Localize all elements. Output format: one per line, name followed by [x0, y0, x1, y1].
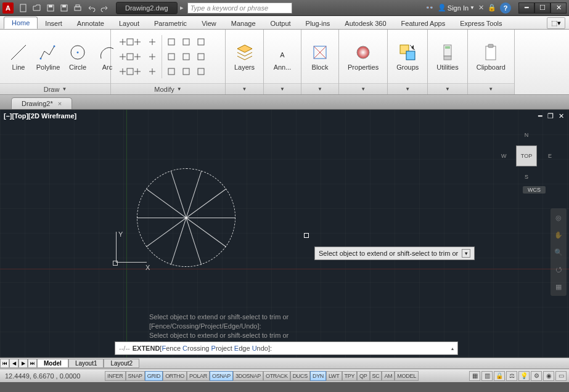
- ribbon-tab-parametric[interactable]: Parametric: [147, 18, 194, 29]
- qat-print-icon[interactable]: [72, 2, 84, 14]
- status-layout-icon[interactable]: ▦: [469, 371, 480, 381]
- app-icon[interactable]: A: [2, 2, 14, 14]
- qat-undo-icon[interactable]: [85, 2, 97, 14]
- status-ducs-button[interactable]: DUCS: [290, 371, 310, 381]
- qat-save-icon[interactable]: [44, 2, 57, 14]
- panel-expand[interactable]: ▼: [428, 83, 467, 94]
- panel-label-modify[interactable]: Modify▼: [111, 83, 225, 94]
- layout-prev-icon[interactable]: ◀: [9, 359, 18, 368]
- help-icon[interactable]: ?: [500, 2, 511, 14]
- search-input[interactable]: Type a keyword or phrase: [187, 2, 292, 14]
- nav-zoom-icon[interactable]: 🔍: [553, 247, 564, 258]
- align-icon[interactable]: [179, 50, 193, 63]
- layers-button[interactable]: Layers: [231, 40, 258, 73]
- vp-minimize-icon[interactable]: ━: [538, 112, 542, 120]
- document-tab[interactable]: Drawing2* ×: [11, 97, 72, 109]
- maximize-button[interactable]: ☐: [534, 2, 551, 14]
- vp-close-icon[interactable]: ✕: [559, 112, 564, 120]
- status-visibility-icon[interactable]: 💡: [518, 371, 530, 381]
- play-icon[interactable]: ▸: [180, 4, 184, 12]
- qat-redo-icon[interactable]: [99, 2, 111, 14]
- line-button[interactable]: Line: [5, 40, 32, 73]
- status-dyn-button[interactable]: DYN: [310, 371, 326, 381]
- tooltip-options-icon[interactable]: ▾: [462, 249, 470, 258]
- status-sc-button[interactable]: SC: [370, 371, 382, 381]
- annotation-button[interactable]: AAnn...: [269, 40, 296, 73]
- ribbon-tab-autodesk-360[interactable]: Autodesk 360: [337, 18, 393, 29]
- layout-tab-model[interactable]: Model: [37, 359, 68, 368]
- copy-icon[interactable]: [116, 50, 129, 63]
- reverse-icon[interactable]: [194, 65, 208, 78]
- break-icon[interactable]: [194, 50, 208, 63]
- viewport[interactable]: [–][Top][2D Wireframe] ━ ❐ ✕ Y X Select …: [0, 110, 569, 357]
- command-line[interactable]: --/-- EXTEND [Fence Crossing Project Edg…: [115, 341, 458, 355]
- ribbon-tab-insert[interactable]: Insert: [38, 18, 70, 29]
- properties-button[interactable]: Properties: [344, 40, 382, 73]
- panel-label-draw[interactable]: Draw▼: [0, 83, 110, 94]
- signin-button[interactable]: 👤 Sign In ▼: [438, 4, 475, 12]
- ribbon-tab-output[interactable]: Output: [263, 18, 298, 29]
- layout-tab-layout2[interactable]: Layout2: [104, 359, 139, 368]
- ribbon-minimize-button[interactable]: ⬚▾: [547, 17, 565, 29]
- status-osnap-button[interactable]: OSNAP: [210, 371, 233, 381]
- circle-button[interactable]: Circle: [64, 40, 91, 73]
- erase-icon[interactable]: [165, 35, 178, 49]
- status-lwt-button[interactable]: LWT: [326, 371, 342, 381]
- viewcube-face[interactable]: TOP: [516, 145, 537, 166]
- selected-circle[interactable]: [137, 168, 235, 267]
- qat-saveas-icon[interactable]: [58, 2, 70, 14]
- status-tpy-button[interactable]: TPY: [342, 371, 358, 381]
- rotate-icon[interactable]: [131, 35, 144, 49]
- layout-next-icon[interactable]: ▶: [18, 359, 28, 368]
- status-am-button[interactable]: AM: [382, 371, 395, 381]
- viewcube-w[interactable]: W: [501, 153, 507, 159]
- nav-orbit-icon[interactable]: ⭯: [553, 264, 564, 275]
- ribbon-tab-layout[interactable]: Layout: [112, 18, 147, 29]
- rect2-icon[interactable]: [165, 50, 178, 63]
- cmdline-recent-icon[interactable]: ▴: [451, 346, 454, 351]
- nav-pan-icon[interactable]: ✋: [553, 229, 564, 240]
- ribbon-tab-annotate[interactable]: Annotate: [70, 18, 112, 29]
- status-otrack-button[interactable]: OTRACK: [263, 371, 290, 381]
- viewcube[interactable]: TOP N S W E: [505, 134, 548, 178]
- ribbon-tab-express-tools[interactable]: Express Tools: [452, 18, 509, 29]
- status-infer-button[interactable]: INFER: [105, 371, 126, 381]
- layout-tab-layout1[interactable]: Layout1: [68, 359, 104, 368]
- polyline-button[interactable]: Polyline: [35, 40, 62, 73]
- array-icon[interactable]: [145, 65, 159, 78]
- ribbon-tab-featured-apps[interactable]: Featured Apps: [394, 18, 453, 29]
- mirror-icon[interactable]: [131, 50, 144, 63]
- move-icon[interactable]: [116, 35, 129, 49]
- explode-icon[interactable]: [179, 35, 193, 49]
- panel-expand[interactable]: ▼: [339, 83, 387, 94]
- viewcube-e[interactable]: E: [548, 153, 552, 159]
- coordinates-readout[interactable]: 12.4449, 6.6670 , 0.0000: [0, 372, 105, 380]
- status-cleanscreen-icon[interactable]: ▭: [555, 371, 567, 381]
- exchange-icon[interactable]: ✕: [478, 4, 484, 12]
- status-hardware-icon[interactable]: ⚙: [531, 371, 542, 381]
- lengthen-icon[interactable]: [179, 65, 193, 78]
- nav-showmotion-icon[interactable]: ▦: [553, 281, 564, 292]
- panel-expand[interactable]: ▼: [226, 83, 263, 94]
- status-annoscale-icon[interactable]: 🔒: [494, 371, 505, 381]
- fillet-icon[interactable]: [145, 50, 159, 63]
- status-grid-button[interactable]: GRID: [145, 371, 163, 381]
- panel-expand[interactable]: ▼: [301, 83, 338, 94]
- panel-expand[interactable]: ▼: [468, 83, 514, 94]
- clipboard-button[interactable]: Clipboard: [473, 40, 509, 73]
- viewcube-s[interactable]: S: [525, 174, 528, 180]
- layout-first-icon[interactable]: ⏮: [0, 359, 9, 368]
- wcs-badge[interactable]: WCS: [523, 186, 546, 194]
- vp-restore-icon[interactable]: ❐: [547, 112, 554, 120]
- ribbon-tab-home[interactable]: Home: [4, 17, 38, 29]
- status-polar-button[interactable]: POLAR: [187, 371, 210, 381]
- qat-new-icon[interactable]: [17, 2, 30, 14]
- status-scale-icon[interactable]: ⚖: [506, 371, 517, 381]
- viewport-controls-label[interactable]: [–][Top][2D Wireframe]: [4, 112, 76, 120]
- panel-expand[interactable]: ▼: [264, 83, 301, 94]
- qat-open-icon[interactable]: [31, 2, 43, 14]
- status-qp-button[interactable]: QP: [357, 371, 369, 381]
- block-button[interactable]: Block: [306, 40, 334, 73]
- lock-icon[interactable]: 🔒: [488, 4, 496, 12]
- layout-last-icon[interactable]: ⏭: [28, 359, 37, 368]
